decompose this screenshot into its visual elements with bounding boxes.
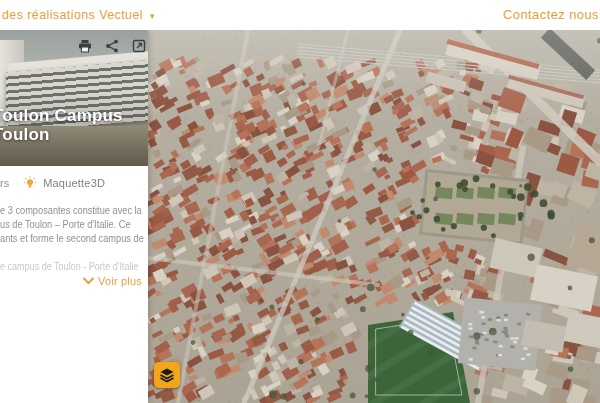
layers-icon (159, 367, 175, 383)
lightbulb-icon (22, 175, 38, 191)
project-title-line2: Toulon (0, 125, 50, 144)
meta-label: Maquette3D (43, 177, 105, 189)
map-viewport (148, 30, 600, 403)
description-fade-line: e campus de Toulon - Porte d'Italie (0, 260, 148, 272)
meta-fragment: rs (0, 177, 9, 189)
info-panel: Toulon Campus Toulon rs Maquette3D e 3 c… (0, 30, 148, 403)
project-photo: Toulon Campus Toulon (0, 30, 148, 166)
description-line: e 3 composantes constitue avec la (0, 203, 148, 217)
project-title-line1: Toulon Campus (0, 106, 123, 125)
chevron-down-icon (83, 277, 94, 285)
photo-toolbar (78, 39, 146, 53)
voir-plus-label: Voir plus (98, 275, 142, 287)
contact-link[interactable]: Contactez nous (503, 7, 599, 22)
chevron-down-icon: ▾ (150, 11, 155, 21)
share-icon[interactable] (105, 39, 119, 53)
description-line: ants et forme le second campus de (0, 231, 148, 245)
description: e 3 composantes constitue avec la us de … (0, 203, 148, 245)
description-line: us de Toulon – Porte d'Italie. Ce (0, 217, 148, 231)
meta-row: rs Maquette3D (0, 175, 148, 191)
aerial-map-canvas[interactable] (148, 30, 600, 403)
print-icon[interactable] (78, 39, 92, 53)
realisations-dropdown-label: des réalisations Vectuel (2, 8, 143, 22)
vectuel-app: des réalisations Vectuel ▾ Contactez nou… (0, 0, 600, 403)
open-external-icon[interactable] (132, 39, 146, 53)
voir-plus-link[interactable]: Voir plus (0, 275, 142, 287)
top-bar: des réalisations Vectuel ▾ Contactez nou… (0, 0, 600, 30)
realisations-dropdown[interactable]: des réalisations Vectuel ▾ (2, 8, 155, 22)
layers-button[interactable] (154, 362, 180, 388)
project-title: Toulon Campus Toulon (0, 106, 123, 144)
